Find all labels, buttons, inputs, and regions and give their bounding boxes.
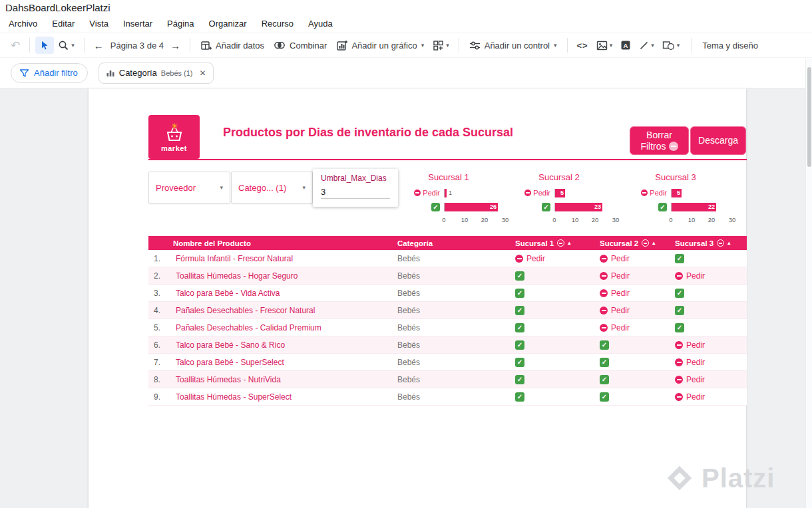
undo-button[interactable]: ↶: [7, 35, 24, 56]
menu-editar[interactable]: Editar: [45, 16, 82, 31]
clear-filters-button[interactable]: Borrar Filtros: [630, 126, 689, 155]
check-icon: ✓: [515, 375, 524, 384]
menubar: ArchivoEditarVistaInsertarPáginaOrganiza…: [0, 15, 812, 33]
mini-bar-chart-sucursal-1[interactable]: Sucursal 1 Pedir 1 ✓ 26 0102030: [412, 172, 512, 224]
category-cell: Bebés: [395, 306, 512, 315]
products-table: Nombre del Producto Categoría Sucursal 1…: [148, 236, 747, 406]
chevron-down-icon: ▾: [302, 184, 305, 191]
ok-legend: ✓: [639, 203, 671, 211]
community-visualizations-button[interactable]: ▾: [429, 37, 453, 55]
next-page-button[interactable]: →: [166, 37, 184, 55]
chevron-down-icon: ▾: [610, 43, 613, 49]
minus-circle-icon: [669, 142, 678, 151]
svg-text:A: A: [624, 42, 628, 49]
column-header-category[interactable]: Categoría: [395, 239, 512, 247]
minus-circle-icon: [600, 289, 608, 297]
table-row[interactable]: 1. Fórmula Infantil - Frescor Natural Be…: [148, 250, 747, 267]
theme-layout-button[interactable]: Tema y diseño: [698, 37, 763, 55]
sucursal-3-cell: Pedir: [672, 375, 747, 384]
menu-ayuda[interactable]: Ayuda: [301, 16, 340, 31]
logo-text: market: [161, 144, 187, 152]
threshold-control[interactable]: Umbral_Max_Dias 3: [313, 169, 398, 207]
add-chart-button[interactable]: Añadir un gráfico ▾: [331, 36, 429, 55]
check-icon: ✓: [515, 306, 524, 315]
axis-tick: 20: [592, 216, 599, 223]
menu-recurso[interactable]: Recurso: [254, 16, 301, 31]
filter-funnel-icon: [19, 68, 29, 78]
embed-url-button[interactable]: <>: [573, 37, 592, 54]
table-row[interactable]: 5. Pañales Desechables - Calidad Premium…: [148, 319, 747, 336]
basket-icon: ✳: [160, 122, 189, 146]
table-row[interactable]: 8. Toallitas Húmedas - NutriVida Bebés ✓…: [148, 371, 747, 388]
menu-insertar[interactable]: Insertar: [116, 16, 160, 31]
mini-bar-chart-sucursal-2[interactable]: Sucursal 2 Pedir 5 ✓ 23 0102030: [522, 172, 622, 224]
add-control-label: Añadir un control: [485, 41, 550, 51]
page-indicator: Página 3 de 4: [108, 41, 166, 51]
axis-tick: 0: [669, 216, 672, 223]
magnifier-icon: [58, 40, 69, 51]
provider-label: Proveedor: [156, 183, 196, 193]
image-tool-button[interactable]: ▾: [592, 37, 617, 54]
category-cell: Bebés: [395, 289, 512, 298]
threshold-label: Umbral_Max_Dias: [321, 174, 390, 183]
prev-page-button[interactable]: ←: [90, 37, 108, 55]
pedir-status: Pedir: [600, 306, 630, 315]
sucursal-3-cell: ✓: [672, 306, 747, 315]
sucursal-3-cell: Pedir: [672, 340, 747, 350]
minus-circle-icon: [675, 272, 683, 280]
toolbar-separator: [692, 38, 692, 53]
menu-archivo[interactable]: Archivo: [1, 16, 45, 31]
column-header-sucursal-3[interactable]: Sucursal 3▴: [672, 239, 747, 247]
table-row[interactable]: 6. Talco para Bebé - Sano & Rico Bebés ✓…: [148, 336, 747, 354]
category-filter-chip[interactable]: Categoría Bebés (1) ✕: [99, 63, 214, 84]
table-row[interactable]: 9. Toallitas Húmedas - SuperSelect Bebés…: [148, 388, 747, 406]
text-tool-button[interactable]: A: [616, 37, 635, 54]
column-header-sucursal-2[interactable]: Sucursal 2▴: [597, 239, 672, 247]
menu-organizar[interactable]: Organizar: [202, 16, 254, 31]
bar-chart-icon: [106, 68, 115, 78]
blend-button[interactable]: Combinar: [269, 37, 331, 55]
column-header-sucursal-1[interactable]: Sucursal 1▴: [512, 239, 597, 247]
minus-circle-icon: [641, 190, 648, 196]
select-tool-button[interactable]: [35, 37, 54, 54]
document-title[interactable]: DahsBoardLokeerPlatzi: [5, 2, 110, 13]
table-row[interactable]: 3. Talco para Bebé - Vida Activa Bebés ✓…: [148, 285, 747, 302]
mini-bar-chart-sucursal-3[interactable]: Sucursal 3 Pedir 5 ✓ 22 0102030: [639, 172, 739, 224]
chart-axis: 0102030: [444, 216, 505, 224]
menu-pagina[interactable]: Página: [160, 16, 201, 31]
check-icon: ✓: [675, 323, 684, 332]
sliders-icon: [469, 41, 481, 51]
table-row[interactable]: 7. Talco para Bebé - SuperSelect Bebés ✓…: [148, 354, 747, 371]
pedir-legend-label: Pedir: [650, 189, 667, 197]
product-name-cell: Toallitas Húmedas - Hogar Seguro: [173, 271, 395, 281]
table-row[interactable]: 2. Toallitas Húmedas - Hogar Seguro Bebé…: [148, 267, 747, 285]
provider-filter-control[interactable]: Proveedor ▾: [148, 172, 230, 203]
close-icon[interactable]: ✕: [200, 68, 206, 78]
threshold-input[interactable]: 3: [321, 187, 390, 199]
header-divider: [148, 159, 747, 160]
menu-vista[interactable]: Vista: [82, 16, 116, 31]
add-data-button[interactable]: Añadir datos: [196, 36, 269, 55]
market-logo: ✳ market: [148, 115, 200, 159]
add-control-button[interactable]: Añadir un control ▾: [465, 37, 562, 55]
text-icon: A: [620, 40, 631, 51]
minus-circle-icon: [675, 341, 683, 349]
scrollbar-thumb[interactable]: [807, 67, 811, 167]
shape-tool-button[interactable]: ▾: [658, 37, 684, 54]
line-tool-button[interactable]: ▾: [635, 37, 658, 54]
product-name-cell: Talco para Bebé - Sano & Rico: [173, 340, 395, 350]
category-filter-control[interactable]: Catego... (1) ▾: [231, 172, 313, 203]
pedir-value: 5: [560, 190, 565, 196]
vertical-scrollbar[interactable]: [805, 59, 812, 508]
cursor-icon: [39, 40, 50, 51]
table-row[interactable]: 4. Pañales Desechables - Frescor Natural…: [148, 302, 747, 319]
download-button[interactable]: Descarga: [690, 126, 746, 155]
pedir-status: Pedir: [675, 358, 705, 367]
add-filter-button[interactable]: Añadir filtro: [11, 63, 88, 83]
check-icon: ✓: [542, 203, 550, 211]
axis-tick: 30: [612, 216, 620, 223]
column-header-product[interactable]: Nombre del Producto: [173, 239, 395, 247]
zoom-tool-button[interactable]: ▾: [54, 37, 79, 55]
add-filter-label: Añadir filtro: [34, 68, 78, 78]
axis-tick: 0: [442, 216, 445, 223]
